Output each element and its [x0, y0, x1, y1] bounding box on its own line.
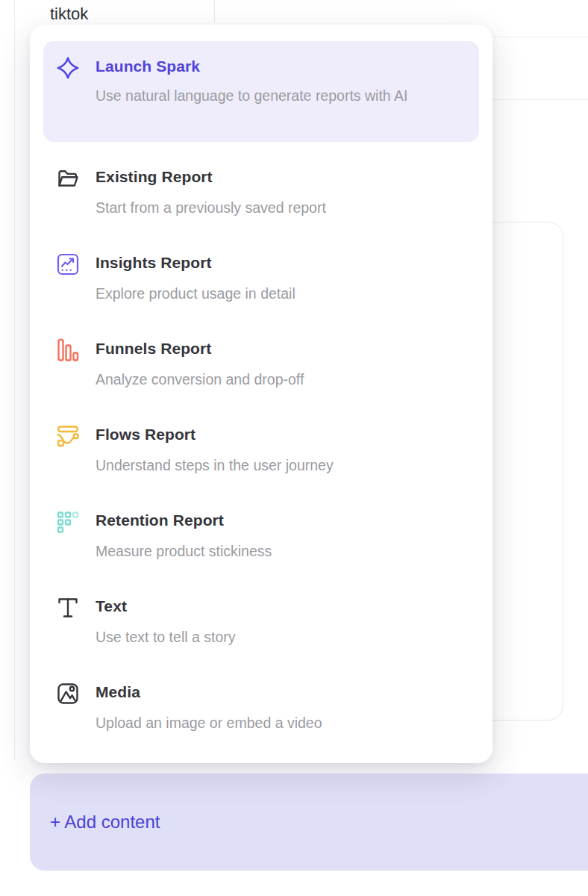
- menu-item-description: Measure product stickiness: [96, 541, 272, 561]
- menu-item-description: Use natural language to generate reports…: [96, 84, 407, 107]
- media-image-icon: [56, 682, 80, 706]
- menu-item-description: Start from a previously saved report: [96, 197, 326, 218]
- spark-icon: [56, 56, 80, 80]
- menu-item-title: Text: [96, 596, 236, 617]
- menu-item-title: Insights Report: [96, 252, 295, 273]
- folder-icon: [56, 167, 80, 190]
- menu-item-description: Explore product usage in detail: [96, 283, 295, 304]
- menu-item-description: Use text to tell a story: [96, 626, 236, 647]
- flows-icon: [56, 424, 80, 448]
- background-card-title: tiktok: [50, 4, 88, 24]
- menu-item-title: Retention Report: [96, 510, 272, 531]
- menu-item-title: Launch Spark: [96, 56, 407, 77]
- add-content-button[interactable]: + Add content: [30, 774, 588, 871]
- background-card-divider: [214, 0, 215, 22]
- background-card-left-border: [14, 0, 15, 760]
- funnels-bars-icon: [56, 338, 80, 362]
- background-row-border: [489, 37, 588, 37]
- menu-item-launch-spark[interactable]: Launch Spark Use natural language to gen…: [43, 41, 479, 142]
- text-icon: [56, 596, 80, 620]
- menu-item-existing-report[interactable]: Existing Report Start from a previously …: [43, 167, 479, 217]
- menu-item-description: Understand steps in the user journey: [96, 455, 334, 476]
- menu-item-retention-report[interactable]: Retention Report Measure product stickin…: [43, 510, 479, 561]
- menu-item-description: Upload an image or embed a video: [96, 712, 322, 733]
- add-content-menu: Launch Spark Use natural language to gen…: [30, 25, 492, 763]
- menu-item-title: Funnels Report: [96, 338, 304, 359]
- add-content-button-label: + Add content: [50, 812, 160, 833]
- retention-grid-icon: [56, 510, 80, 534]
- menu-item-funnels-report[interactable]: Funnels Report Analyze conversion and dr…: [43, 338, 479, 389]
- menu-item-media[interactable]: Media Upload an image or embed a video: [43, 682, 479, 732]
- background-row-border: [489, 99, 588, 100]
- menu-item-title: Existing Report: [96, 167, 326, 187]
- menu-item-title: Media: [96, 682, 322, 703]
- menu-item-insights-report[interactable]: Insights Report Explore product usage in…: [43, 252, 479, 303]
- insights-chart-icon: [56, 252, 80, 276]
- menu-item-flows-report[interactable]: Flows Report Understand steps in the use…: [43, 424, 479, 475]
- menu-item-description: Analyze conversion and drop-off: [96, 369, 304, 390]
- menu-item-text[interactable]: Text Use text to tell a story: [43, 596, 479, 647]
- add-content-menu-list: Launch Spark Use natural language to gen…: [30, 25, 492, 732]
- menu-item-title: Flows Report: [96, 424, 334, 445]
